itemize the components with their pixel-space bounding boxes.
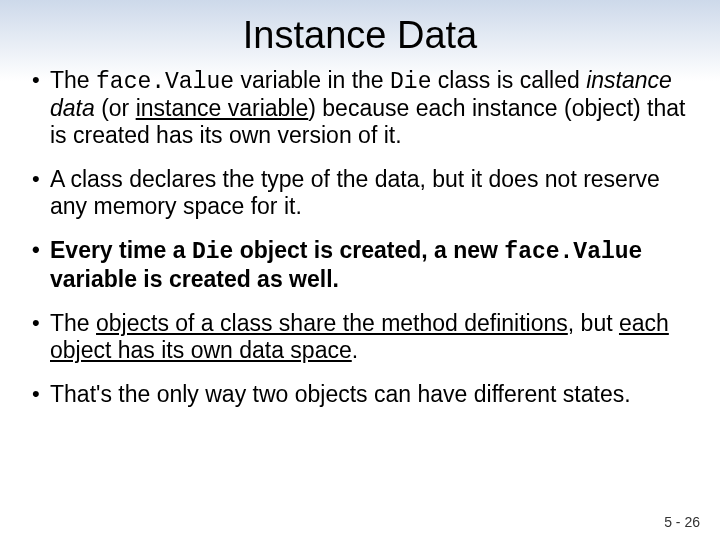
text: .	[352, 337, 358, 363]
code-die: Die	[192, 239, 233, 265]
text: The	[50, 310, 96, 336]
text: object is created, a new	[233, 237, 504, 263]
text: Every time a	[50, 237, 192, 263]
underline-instance-variable: instance variable	[136, 95, 309, 121]
bullet-3: Every time a Die object is created, a ne…	[28, 237, 692, 292]
page-number: 5 - 26	[664, 514, 700, 530]
underline-share-methods: objects of a class share the method defi…	[96, 310, 568, 336]
slide: Instance Data The face.Value variable in…	[0, 0, 720, 540]
text: variable in the	[234, 67, 390, 93]
bullet-1: The face.Value variable in the Die class…	[28, 67, 692, 148]
code-facevalue: face.Value	[96, 69, 234, 95]
bullet-4: The objects of a class share the method …	[28, 310, 692, 363]
text: variable is created as well.	[50, 266, 339, 292]
slide-title: Instance Data	[28, 14, 692, 57]
code-die: Die	[390, 69, 431, 95]
bullet-2: A class declares the type of the data, b…	[28, 166, 692, 219]
code-facevalue: face.Value	[504, 239, 642, 265]
bullet-list: The face.Value variable in the Die class…	[28, 67, 692, 407]
bullet-5: That's the only way two objects can have…	[28, 381, 692, 407]
text: (or	[95, 95, 136, 121]
text: class is called	[431, 67, 586, 93]
text: , but	[568, 310, 619, 336]
text: The	[50, 67, 96, 93]
